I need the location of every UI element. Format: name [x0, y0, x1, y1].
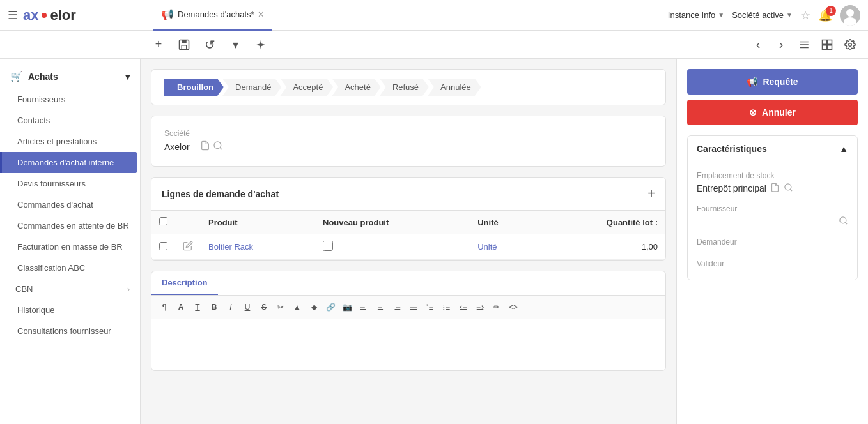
societe-active-button[interactable]: Société active ▼ — [732, 10, 793, 20]
sidebar-item-commandes-achat[interactable]: Commandes d'achat — [0, 194, 140, 215]
sidebar-item-commandes-attente[interactable]: Commandes en attente de BR — [0, 215, 140, 236]
demandeur-field: Demandeur — [697, 238, 848, 249]
sidebar-section-label: Achats — [28, 72, 58, 82]
toolbar-code[interactable]: <> — [506, 299, 521, 315]
select-all-checkbox[interactable] — [159, 217, 167, 225]
sidebar-item-fournisseurs[interactable]: Fournisseurs — [0, 89, 140, 110]
save-button[interactable] — [174, 34, 194, 55]
fournisseur-search-icon[interactable] — [839, 216, 848, 227]
header-unite: Unité — [470, 211, 539, 234]
lines-add-button[interactable]: + — [647, 186, 655, 201]
svg-point-14 — [214, 142, 221, 149]
card-view-button[interactable] — [817, 34, 837, 55]
app-logo: axelor — [23, 7, 76, 24]
toolbar-ul[interactable] — [439, 299, 454, 315]
requete-label: Requête — [763, 77, 798, 87]
add-button[interactable]: + — [148, 34, 169, 55]
toolbar-text-t[interactable]: T — [190, 299, 205, 315]
sidebar-item-cbn[interactable]: CBN › — [0, 278, 140, 299]
valideur-field: Valideur — [697, 259, 848, 271]
emplacement-search-icon[interactable] — [784, 183, 793, 194]
tab-demandes-achats[interactable]: 📢 Demandes d'achats* × — [153, 0, 272, 31]
societe-value: Axelor — [164, 140, 653, 153]
row-produit: Boitier Rack — [201, 234, 315, 260]
toolbar-strikethrough[interactable]: S — [256, 299, 272, 315]
annuler-button[interactable]: ⊗ Annuler — [687, 100, 858, 125]
sidebar-item-consultations[interactable]: Consultations fournisseur — [0, 321, 140, 342]
toolbar-underline[interactable]: U — [240, 299, 255, 315]
tab-icon: 📢 — [161, 8, 174, 20]
toolbar-outdent[interactable] — [456, 299, 471, 315]
societe-label: Société — [164, 129, 653, 138]
tab-description[interactable]: Description — [151, 271, 218, 295]
tab-close-button[interactable]: × — [258, 10, 264, 20]
sidebar-item-articles[interactable]: Articles et prestations — [0, 131, 140, 152]
step-achete[interactable]: Acheté — [332, 79, 380, 96]
toolbar-font-a[interactable]: A — [173, 299, 189, 315]
toolbar-pen[interactable]: ✏ — [489, 299, 504, 315]
instance-info-button[interactable]: Instance Info ▼ — [668, 10, 724, 20]
description-toolbar: ¶ A T B I U S ✂ ▲ ◆ 🔗 📷 — [151, 296, 665, 319]
svg-text:1.: 1. — [426, 304, 428, 307]
sparkle-button[interactable] — [251, 34, 271, 55]
toolbar-indent[interactable] — [472, 299, 488, 315]
toolbar-link[interactable]: 🔗 — [323, 299, 338, 315]
menu-icon[interactable]: ☰ — [8, 8, 18, 22]
toolbar-align-center[interactable] — [373, 299, 388, 315]
header-produit: Produit — [201, 211, 315, 234]
toolbar-ol[interactable]: 1. — [422, 299, 438, 315]
sidebar-header-achats[interactable]: 🛒 Achats ▾ — [0, 64, 140, 89]
step-demande[interactable]: Demandé — [222, 79, 281, 96]
description-content[interactable] — [151, 319, 665, 370]
toolbar-paragraph[interactable]: ¶ — [157, 299, 172, 315]
notifications-button[interactable]: 🔔 1 — [818, 8, 832, 22]
description-section: Description ¶ A T B I U S ✂ ▲ ◆ 🔗 📷 — [151, 271, 666, 371]
prev-button[interactable]: ‹ — [748, 34, 768, 55]
societe-active-dropdown-icon: ▼ — [786, 11, 793, 19]
toolbar-justify[interactable] — [406, 299, 421, 315]
toolbar-image[interactable]: 📷 — [339, 299, 355, 315]
step-brouillon[interactable]: Brouillon — [164, 79, 224, 96]
user-avatar[interactable] — [840, 5, 860, 26]
emplacement-value: Entrepôt principal — [697, 183, 848, 194]
list-view-button[interactable] — [794, 34, 814, 55]
toolbar-color[interactable]: ◆ — [306, 299, 322, 315]
emplacement-doc-icon[interactable] — [770, 183, 780, 194]
secondary-toolbar: + ↺ ▾ ‹ › — [0, 31, 868, 59]
svg-rect-9 — [823, 40, 827, 44]
toolbar-highlight[interactable]: ▲ — [290, 299, 305, 315]
step-accepte[interactable]: Accepté — [280, 79, 333, 96]
product-link[interactable]: Boitier Rack — [208, 242, 253, 252]
requete-button[interactable]: 📢 Requête — [687, 69, 858, 95]
unite-link[interactable]: Unité — [477, 242, 497, 252]
refresh-button[interactable]: ↺ — [199, 34, 220, 55]
caracteristiques-section: Caractéristiques ▲ Emplacement de stock … — [687, 135, 858, 280]
step-annulee[interactable]: Annulée — [428, 79, 481, 96]
sidebar-item-contacts[interactable]: Contacts — [0, 110, 140, 131]
sidebar-item-demandes-achat-interne[interactable]: Demandes d'achat interne — [0, 152, 137, 173]
row-checkbox[interactable] — [159, 242, 167, 250]
toolbar-scissors[interactable]: ✂ — [273, 299, 288, 315]
row-edit-cell[interactable] — [175, 234, 201, 260]
societe-search-icon[interactable] — [213, 140, 223, 153]
sidebar-item-historique[interactable]: Historique — [0, 299, 140, 321]
toolbar-bold[interactable]: B — [206, 299, 222, 315]
header-quantite: Quantité lot : — [539, 211, 665, 234]
settings-button[interactable] — [840, 34, 860, 55]
sidebar-item-classification-abc[interactable]: Classification ABC — [0, 257, 140, 278]
societe-active-label: Société active — [732, 10, 784, 20]
caracteristiques-collapse-icon: ▲ — [839, 144, 848, 154]
nouveau-produit-checkbox[interactable] — [323, 241, 333, 251]
dropdown-button[interactable]: ▾ — [225, 34, 245, 55]
next-button[interactable]: › — [771, 34, 791, 55]
toolbar-italic[interactable]: I — [223, 299, 238, 315]
caracteristiques-header[interactable]: Caractéristiques ▲ — [688, 136, 857, 162]
svg-rect-10 — [828, 40, 832, 44]
sidebar-item-devis-fournisseurs[interactable]: Devis fournisseurs — [0, 173, 140, 194]
sidebar-item-facturation-masse[interactable]: Facturation en masse de BR — [0, 236, 140, 257]
step-refuse[interactable]: Refusé — [380, 79, 429, 96]
toolbar-align-left[interactable] — [356, 299, 371, 315]
societe-doc-icon[interactable] — [200, 140, 210, 153]
favorite-icon[interactable]: ☆ — [800, 8, 810, 22]
toolbar-align-right[interactable] — [389, 299, 405, 315]
